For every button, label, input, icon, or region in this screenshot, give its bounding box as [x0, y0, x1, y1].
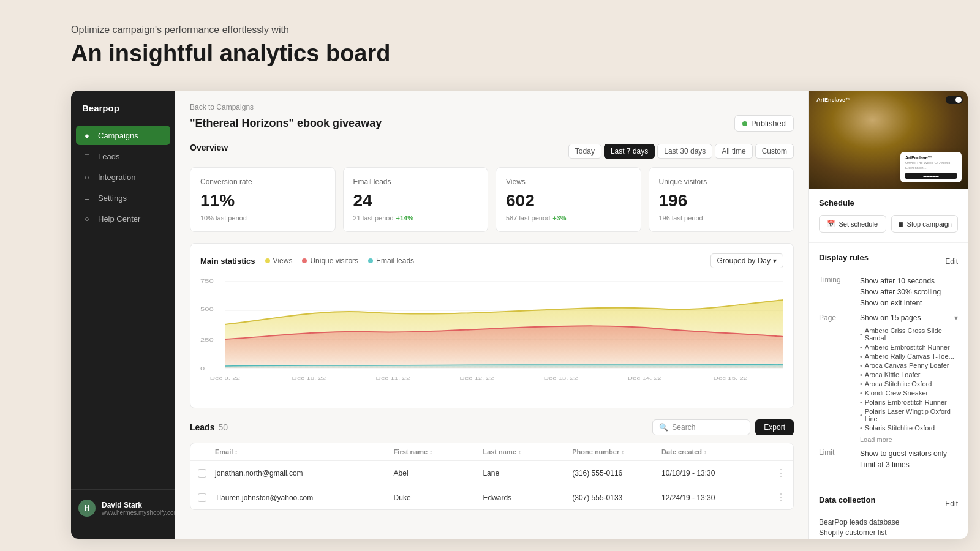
svg-text:Dec 13, 22: Dec 13, 22 — [544, 375, 578, 381]
search-placeholder: Search — [672, 423, 695, 432]
chart-legend: Views Unique visitors Email leads — [265, 257, 415, 265]
row-checkbox[interactable] — [198, 469, 206, 478]
timing-label: Timing — [819, 276, 853, 309]
sidebar-item-label: Leads — [98, 152, 119, 161]
set-schedule-button[interactable]: 📅 Set schedule — [819, 215, 886, 233]
status-dot — [742, 121, 747, 126]
cell-email: jonathan.north@gmail.com — [215, 469, 394, 478]
stat-label: Conversion rate — [200, 178, 325, 186]
unique-dot — [302, 258, 307, 263]
col-lastname: Last name ↕ — [483, 448, 572, 455]
cell-email: Tlauren.johnston@yahoo.com — [215, 493, 394, 502]
status-label: Published — [751, 119, 786, 128]
calendar-icon: 📅 — [827, 220, 835, 228]
display-rules-edit[interactable]: Edit — [945, 257, 958, 266]
cell-date: 10/18/19 - 13:30 — [662, 469, 769, 478]
stat-value: 196 — [659, 191, 784, 211]
export-button[interactable]: Export — [755, 419, 794, 435]
search-box[interactable]: 🔍 Search — [652, 419, 750, 435]
limit-values: Show to guest visitors only Limit at 3 t… — [860, 448, 947, 470]
popup-subtitle: Unveil The World Of Artistic Expression.… — [905, 161, 957, 171]
sidebar-item-label: Help Center — [98, 214, 140, 223]
sidebar-item-campaigns[interactable]: ● Campaigns — [76, 126, 170, 145]
svg-text:Dec 14, 22: Dec 14, 22 — [628, 375, 662, 381]
load-more-link[interactable]: Load more — [860, 436, 958, 443]
legend-email-leads: Email leads — [368, 257, 414, 265]
schedule-section: Schedule 📅 Set schedule ⏹ Stop campaign — [809, 189, 968, 243]
back-link[interactable]: Back to Campaigns — [190, 103, 794, 111]
svg-text:Dec 15, 22: Dec 15, 22 — [714, 375, 748, 381]
stat-value: 602 — [506, 191, 631, 211]
stop-campaign-button[interactable]: ⏹ Stop campaign — [891, 215, 959, 233]
campaign-header: "Ethereal Horizons" ebook giveaway Publi… — [190, 115, 794, 132]
page-details: Show on 15 pages ▾ Ambero Criss Cross Sl… — [860, 313, 958, 443]
sidebar-item-label: Campaigns — [98, 131, 138, 140]
data-collection-edit[interactable]: Edit — [945, 500, 958, 508]
hero-title: An insightful analytics board — [71, 40, 391, 67]
list-item: Klondi Crew Sneaker — [860, 388, 958, 397]
published-badge: Published — [734, 115, 794, 132]
time-btn-7days[interactable]: Last 7 days — [604, 144, 655, 159]
svg-text:Dec 11, 22: Dec 11, 22 — [376, 375, 410, 381]
col-email: Email ↕ — [215, 448, 394, 455]
svg-text:Dec 10, 22: Dec 10, 22 — [292, 375, 326, 381]
display-rules-header: Display rules Edit — [819, 253, 958, 269]
integration-icon: ○ — [82, 172, 92, 182]
stat-label: Email leads — [353, 178, 478, 186]
campaigns-icon: ● — [82, 130, 92, 140]
right-panel: ArtEnclave™ ArtEnclave™ Unveil The World… — [809, 91, 968, 539]
stop-campaign-label: Stop campaign — [907, 220, 952, 228]
preview-popup: ArtEnclave™ Unveil The World Of Artistic… — [900, 152, 962, 182]
col-date: Date created ↕ — [662, 448, 769, 455]
dc-item-0: BearPop leads database — [819, 518, 958, 527]
chevron-down-icon: ▾ — [773, 257, 777, 265]
time-btn-today[interactable]: Today — [568, 144, 601, 159]
sort-icon: ↕ — [621, 449, 624, 455]
sidebar: Bearpop ● Campaigns □ Leads ○ Integratio… — [71, 91, 175, 539]
svg-text:Dec 12, 22: Dec 12, 22 — [460, 375, 494, 381]
cell-date: 12/24/19 - 13:30 — [662, 493, 769, 502]
limit-label: Limit — [819, 448, 853, 470]
cell-firstname: Duke — [394, 493, 483, 502]
avatar: H — [78, 500, 96, 517]
stat-value: 11% — [200, 191, 325, 211]
time-btn-custom[interactable]: Custom — [755, 144, 794, 159]
popup-title: ArtEnclave™ — [905, 156, 957, 160]
sort-icon: ↕ — [235, 449, 238, 455]
display-rules-section: Display rules Edit Timing Show after 10 … — [809, 243, 968, 485]
page-row: Page Show on 15 pages ▾ Ambero Criss Cro… — [819, 313, 958, 443]
page-header: Show on 15 pages ▾ — [860, 313, 958, 322]
table-header: Email ↕ First name ↕ Last name ↕ Phone n… — [190, 443, 793, 461]
sidebar-item-leads[interactable]: □ Leads — [76, 146, 170, 166]
popup-cta: ▬▬▬▬▬ — [905, 173, 957, 179]
sort-icon: ↕ — [704, 449, 707, 455]
sidebar-item-help[interactable]: ○ Help Center — [76, 209, 170, 228]
table-row: jonathan.north@gmail.com Abel Lane (316)… — [190, 461, 793, 485]
overview-title: Overview — [190, 143, 228, 152]
time-btn-30days[interactable]: Last 30 days — [657, 144, 712, 159]
col-phone: Phone number ↕ — [572, 448, 662, 455]
toggle-dot — [956, 97, 962, 103]
stat-meta: 21 last period +14% — [353, 214, 478, 222]
list-item: Ambero Rally Canvas T-Toe... — [860, 351, 958, 361]
group-by-button[interactable]: Grouped by Day ▾ — [710, 253, 783, 268]
user-email: www.hermes.myshopify.com — [102, 509, 179, 516]
time-btn-alltime[interactable]: All time — [715, 144, 752, 159]
sidebar-item-integration[interactable]: ○ Integration — [76, 167, 170, 187]
list-item: Aroca Canvas Penny Loafer — [860, 361, 958, 370]
svg-text:500: 500 — [200, 306, 214, 312]
settings-icon: ≡ — [82, 193, 92, 203]
chart-container: Main statistics Views Unique visitors — [190, 243, 794, 408]
overview-header: Overview Today Last 7 days Last 30 days … — [190, 143, 794, 160]
row-menu-button[interactable]: ⋮ — [769, 467, 786, 479]
main-content: Back to Campaigns "Ethereal Horizons" eb… — [175, 91, 809, 539]
row-menu-button[interactable]: ⋮ — [769, 492, 786, 503]
preview-brand-label: ArtEnclave™ — [816, 97, 851, 103]
list-item: Aroca Stitchlite Oxford — [860, 379, 958, 388]
limit-row: Limit Show to guest visitors only Limit … — [819, 448, 958, 470]
page-list: Ambero Criss Cross Slide Sandal Ambero E… — [860, 326, 958, 432]
sidebar-item-settings[interactable]: ≡ Settings — [76, 188, 170, 208]
row-checkbox[interactable] — [198, 493, 206, 502]
timing-row: Timing Show after 10 seconds Show after … — [819, 276, 958, 309]
list-item: Ambero Criss Cross Slide Sandal — [860, 326, 958, 342]
